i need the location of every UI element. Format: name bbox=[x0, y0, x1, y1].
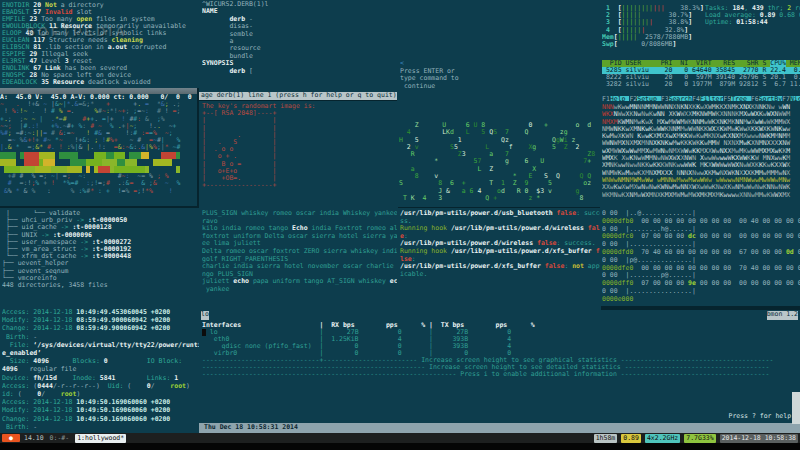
man-status-bar: age derb(1) line 1 (press h for help or … bbox=[199, 92, 398, 100]
cpu-badge: 4x2.2GHz bbox=[645, 434, 680, 443]
mplayer-status-line: A: 45.0 V: 45.0 A-V: 0.000 ct: 0.000 0/ … bbox=[0, 94, 197, 101]
scrollbar[interactable] bbox=[792, 392, 800, 424]
ascii-art-pane[interactable]: NNNwKwwMNNNMMNWWNNXNKNXKKwXWMKKXNMKXNXKN… bbox=[600, 101, 800, 209]
htop-pane[interactable]: 1 [||||||||||| 38.3%] 2 [||||| 30.7%] 3 … bbox=[600, 0, 800, 104]
file-stat-pane[interactable]: Access: 2014-12-18 10:49:49.453060045 +0… bbox=[0, 306, 199, 435]
bmon-version-label: bmon 1.2 bbox=[767, 311, 798, 320]
softpedia-watermark: SOFTPEDIA bbox=[26, 24, 127, 39]
memory-badge: 7.7G33% bbox=[684, 434, 715, 443]
ubuntu-logo-icon: ● bbox=[2, 434, 20, 442]
process-table: PID USER PRI NI VIRT RES SHR S CPU% MEM%… bbox=[602, 60, 800, 88]
pm-utils-log-pane[interactable]: /usr/lib/pm-utils/power.d/usb_bluetooth … bbox=[397, 208, 601, 310]
tmux-window-0-tab[interactable]: 0:-#- bbox=[48, 434, 72, 443]
ascii-video-pane[interactable]: A: 45.0 V: 45.0 A-V: 0.000 ct: 0.000 0/ … bbox=[0, 88, 197, 206]
slab-tree-pane[interactable]: │ └── validate ├── uhci_urb_priv -> :t-0… bbox=[0, 208, 199, 306]
ascii-video-mosaic: ~ . !+& ~ |&~|*.&=&;* + +. = *&; .; ! %:… bbox=[0, 101, 197, 195]
tmux-window-1-tab[interactable]: 1:hollywood* bbox=[75, 434, 126, 443]
datetime-badge: 2014-12-18 10:58:38 bbox=[720, 434, 798, 443]
bmon-network-pane[interactable]: lo bmon 1.2 Interfaces | RX bps pps % | … bbox=[199, 310, 800, 433]
man-page-text: ^WICURS2.DERB(1)lNAME derb - disas- semb… bbox=[202, 1, 398, 75]
matrix-rain-pane[interactable]: Z U 6 U 8 0 + o d 4 LKd L 5 QS 7 Q zg H … bbox=[397, 121, 600, 207]
tmux-status-bar: ● 14.10 0:-#- 1:hollywood* 1h58m 0.89 4x… bbox=[0, 433, 800, 443]
errno-list-pane[interactable]: ENOTDIR 20 Not a directoryEBADSLT 57 Inv… bbox=[0, 0, 199, 88]
terminal-multiplexer-screen: SOFTPEDIA ENOTDIR 20 Not a directoryEBAD… bbox=[0, 0, 800, 450]
bmon-interface-table: Interfaces | RX bps pps % | TX bps pps %… bbox=[199, 322, 800, 378]
phonetic-alphabet-pane[interactable]: PLUS_SIGN whiskey romeo oscar india Whis… bbox=[199, 208, 398, 310]
uptime-badge: 1h58m bbox=[594, 434, 618, 443]
bottom-black-strip bbox=[0, 443, 800, 450]
ssh-randomart-pane[interactable]: The key's randomart image is:+--[ RSA 20… bbox=[199, 101, 398, 208]
hexdump-pane[interactable]: 0 00 |..@.............|0000dfb0 00 00 00… bbox=[600, 208, 800, 306]
bmon-interface-tab[interactable]: lo bbox=[201, 311, 209, 320]
htop-summary: Tasks: 184, 439 thr; 2 runLoad average: … bbox=[705, 5, 800, 27]
os-version-label: 14.10 bbox=[24, 434, 44, 443]
man-page-pane[interactable]: ^WICURS2.DERB(1)lNAME derb - disas- semb… bbox=[199, 0, 398, 100]
bmon-date-bar: Thu Dec 18 10:58:31 2014 bbox=[199, 423, 800, 433]
load-badge: 0.89 bbox=[621, 434, 641, 443]
bmon-help-hint: Press ? for help. bbox=[728, 413, 795, 420]
